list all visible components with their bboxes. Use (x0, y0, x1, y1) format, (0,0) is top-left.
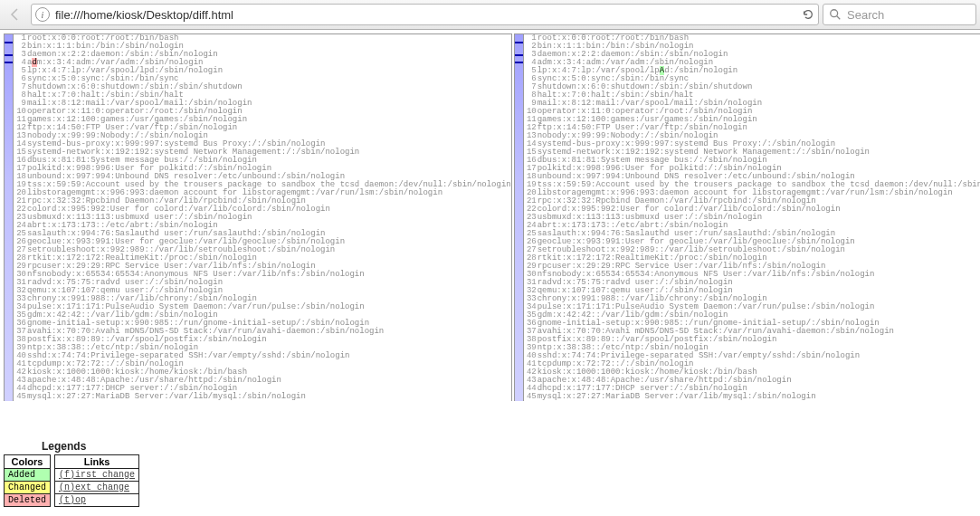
info-icon[interactable]: i (35, 7, 50, 22)
legends: Legends Colors Added Changed Deleted Lin… (4, 440, 139, 507)
legend-changed: Changed (5, 482, 51, 494)
legends-title: Legends (42, 440, 139, 453)
links-header: Links (55, 455, 139, 469)
legend-first[interactable]: (f)irst change (55, 469, 139, 482)
svg-point-0 (831, 10, 838, 17)
left-gutter[interactable] (5, 34, 14, 401)
back-button[interactable] (4, 4, 27, 25)
url-text: file:///home/kiosk/Desktop/diff.html (55, 8, 796, 22)
links-table: Links (f)irst change (n)ext change (t)op (54, 454, 139, 507)
search-icon (829, 8, 842, 21)
browser-toolbar: i file:///home/kiosk/Desktop/diff.html S… (0, 0, 980, 30)
search-box[interactable]: Search (823, 4, 976, 25)
svg-line-1 (837, 16, 841, 20)
legend-added: Added (5, 469, 51, 482)
reload-button[interactable] (802, 8, 814, 21)
left-code: 1root:x:0:0:root:/root:/bin/bash 2bin:x:… (14, 34, 511, 401)
legend-deleted: Deleted (5, 494, 51, 507)
search-placeholder: Search (847, 8, 884, 22)
right-pane: 1root:x:0:0:root:/root:/bin/bash 2bin:x:… (514, 33, 980, 401)
legend-top[interactable]: (t)op (55, 494, 139, 507)
right-gutter[interactable] (515, 34, 524, 401)
legend-next[interactable]: (n)ext change (55, 482, 139, 494)
diff-content: 1root:x:0:0:root:/root:/bin/bash 2bin:x:… (0, 30, 980, 401)
left-pane: 1root:x:0:0:root:/root:/bin/bash 2bin:x:… (4, 33, 512, 401)
colors-table: Colors Added Changed Deleted (4, 454, 51, 507)
colors-header: Colors (5, 455, 51, 469)
url-bar[interactable]: i file:///home/kiosk/Desktop/diff.html (31, 4, 819, 25)
right-code: 1root:x:0:0:root:/root:/bin/bash 2bin:x:… (524, 34, 980, 401)
